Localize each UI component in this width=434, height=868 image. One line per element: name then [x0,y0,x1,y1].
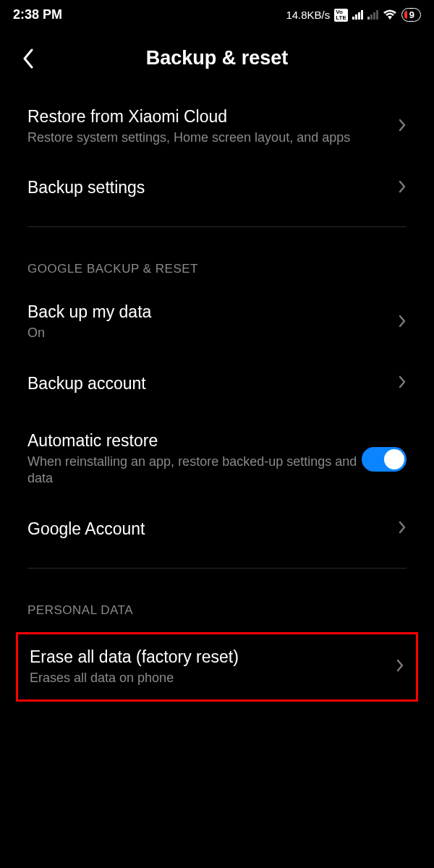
row-google-account[interactable]: Google Account [0,503,434,555]
chevron-right-icon [398,314,407,331]
row-label: Google Account [27,519,389,539]
row-sub: Erases all data on phone [30,670,387,686]
page-title: Backup & reset [22,47,412,69]
row-label: Back up my data [27,302,389,322]
toggle-knob [384,449,404,469]
row-label: Restore from Xiaomi Cloud [27,107,389,127]
chevron-right-icon [398,118,407,135]
chevron-right-icon [398,520,407,537]
divider [27,568,407,569]
row-backup-account[interactable]: Backup account [0,358,434,409]
row-sub: Restore system settings, Home screen lay… [27,129,389,146]
chevron-right-icon [396,658,404,676]
row-label: Erase all data (factory reset) [30,647,387,667]
row-label: Automatic restore [27,431,362,451]
row-automatic-restore[interactable]: Automatic restore When reinstalling an a… [0,409,434,503]
highlight-box: Erase all data (factory reset) Erases al… [16,632,418,702]
chevron-right-icon [398,375,407,392]
wifi-icon [383,9,397,21]
status-right: 14.8KB/s VoLTE 9 [286,8,421,22]
status-netspeed: 14.8KB/s [286,9,330,21]
row-restore-cloud[interactable]: Restore from Xiaomi Cloud Restore system… [0,91,434,162]
volte-icon: VoLTE [334,9,348,22]
row-sub: On [27,325,389,341]
row-back-up-my-data[interactable]: Back up my data On [0,286,434,357]
row-erase-all-data[interactable]: Erase all data (factory reset) Erases al… [18,634,416,699]
battery-level: 9 [409,9,414,20]
status-bar: 2:38 PM 14.8KB/s VoLTE 9 [0,0,434,28]
chevron-right-icon [398,179,407,197]
header: Backup & reset [0,28,434,91]
row-label: Backup settings [27,178,389,197]
battery-icon: 9 [401,8,421,22]
row-backup-settings[interactable]: Backup settings [0,162,434,213]
row-sub: When reinstalling an app, restore backed… [27,454,362,488]
row-label: Backup account [27,374,389,393]
signal-icon [352,10,363,20]
automatic-restore-toggle[interactable] [362,447,407,472]
status-time: 2:38 PM [13,7,62,22]
section-personal-data: PERSONAL DATA [0,582,434,628]
divider [27,226,407,227]
section-google-backup: GOOGLE BACKUP & RESET [0,240,434,286]
signal-icon-sim2 [367,10,378,20]
content: Restore from Xiaomi Cloud Restore system… [0,91,434,702]
